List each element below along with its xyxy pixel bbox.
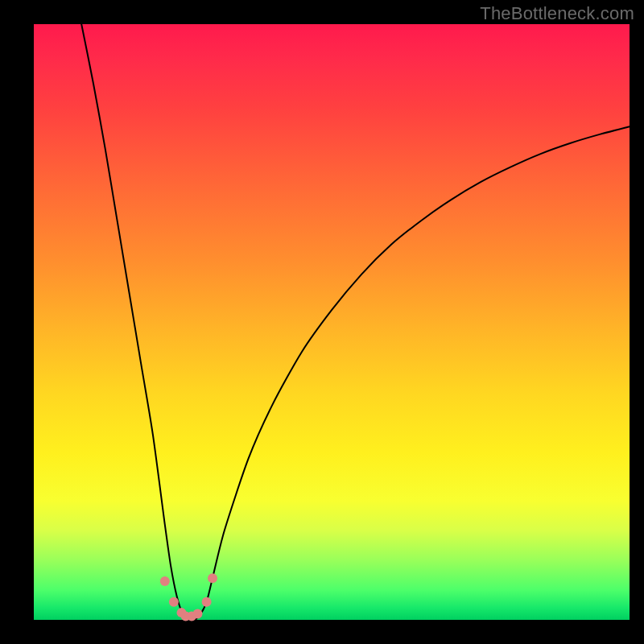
bottom-dot [160,576,170,586]
plot-area [34,24,630,620]
bottom-dot [208,573,217,583]
bottom-dot [193,609,203,619]
bottom-dots-group [160,573,217,621]
curve-layer [34,24,630,620]
bottom-dot [202,597,212,607]
bottleneck-curve [81,24,630,621]
watermark-text: TheBottleneck.com [480,3,634,24]
bottom-dot [169,597,179,607]
chart-frame: TheBottleneck.com [0,0,644,644]
